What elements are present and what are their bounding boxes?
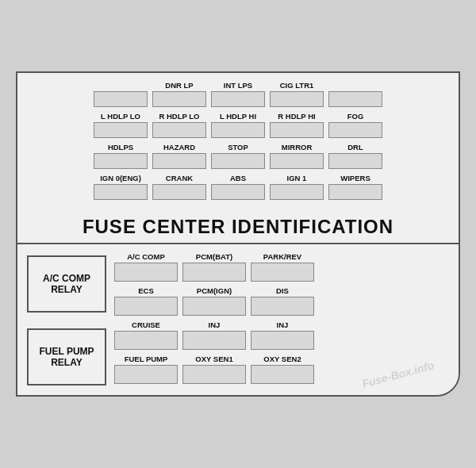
fuse-label: R HDLP LO	[159, 112, 199, 121]
fuse-label: INT LPS	[224, 81, 252, 90]
fuse-label: CIG LTR1	[280, 81, 314, 90]
fuse-cell: CIG LTR1	[270, 81, 324, 107]
fuse-cell: WIPERS	[328, 174, 382, 200]
fuse-box	[94, 122, 148, 138]
bottom-fuse-cell: OXY SEN2	[251, 355, 314, 384]
fuse-box	[94, 184, 148, 200]
bottom-section: A/C COMP RELAY FUEL PUMP RELAY A/C COMP …	[17, 244, 459, 395]
fuse-label: FOG	[347, 112, 364, 121]
fuse-label: DRL	[347, 143, 363, 152]
bottom-fuse-row-1: A/C COMP PCM(BAT) PARK/REV	[114, 252, 449, 282]
fuse-cell: IGN 1	[270, 174, 324, 200]
fuse-box	[94, 91, 148, 107]
fuse-row-1: DNR LP INT LPS CIG LTR1	[27, 81, 449, 107]
fuse-cell: DNR LP	[152, 81, 206, 107]
fuse-label: R HDLP HI	[278, 112, 315, 121]
fuse-box	[152, 184, 206, 200]
bottom-fuse-row-2: ECS PCM(IGN) DIS	[114, 286, 449, 316]
fuse-label: IGN 1	[287, 174, 307, 182]
fuse-label: CRANK	[166, 174, 193, 182]
fuse-label: MIRROR	[282, 143, 313, 152]
fuse-row-2: L HDLP LO R HDLP LO L HDLP HI R HDLP HI …	[27, 112, 449, 138]
bottom-fuse-box	[182, 365, 246, 384]
bottom-fuse-cell: A/C COMP	[114, 252, 178, 282]
title-banner: FUSE CENTER IDENTIFICATION	[17, 209, 459, 244]
bottom-fuse-cell: CRUISE	[114, 320, 178, 350]
bottom-fuse-box	[182, 263, 246, 282]
fuse-box	[328, 153, 382, 169]
bottom-fuse-box	[114, 365, 178, 384]
fuse-row-3: HDLPS HAZARD STOP MIRROR DRL	[27, 143, 449, 169]
bottom-fuse-cell: INJ	[251, 320, 314, 350]
page-title: FUSE CENTER IDENTIFICATION	[17, 216, 459, 238]
bottom-fuse-label: DIS	[276, 286, 289, 295]
fuse-box	[152, 153, 206, 169]
bottom-fuse-cell: PCM(IGN)	[182, 286, 246, 316]
bottom-fuse-box	[114, 331, 178, 350]
fuse-cell: R HDLP LO	[152, 112, 206, 138]
bottom-fuse-label: PCM(BAT)	[196, 252, 232, 261]
fuse-label: HDLPS	[108, 143, 133, 152]
fuse-box	[270, 184, 324, 200]
bottom-fuse-box	[114, 263, 178, 282]
bottom-fuse-label: INJ	[277, 320, 289, 329]
fuse-cell: L HDLP LO	[94, 112, 148, 138]
fuse-label: L HDLP LO	[101, 112, 140, 121]
fuse-box	[270, 153, 324, 169]
fuse-cell: INT LPS	[211, 81, 265, 107]
fuse-diagram: DNR LP INT LPS CIG LTR1	[16, 71, 460, 397]
bottom-fuse-label: A/C COMP	[127, 252, 165, 261]
fuse-box	[152, 91, 206, 107]
fuse-cell: ABS	[211, 174, 265, 200]
fuse-box	[328, 184, 382, 200]
fuse-label: IGN 0(ENG)	[100, 174, 141, 182]
fuse-label: L HDLP HI	[220, 112, 256, 121]
fuse-box	[270, 91, 324, 107]
fuse-box	[94, 153, 148, 169]
bottom-fuse-label: INJ	[209, 320, 221, 329]
bottom-fuse-box	[182, 297, 246, 316]
fuse-label	[120, 81, 122, 90]
fuse-cell: HDLPS	[94, 143, 148, 169]
fuse-cell: HAZARD	[152, 143, 206, 169]
bottom-fuse-cell: ECS	[114, 286, 178, 316]
fuse-cell: DRL	[328, 143, 382, 169]
relay-column: A/C COMP RELAY FUEL PUMP RELAY	[27, 252, 106, 386]
bottom-fuse-label: ECS	[138, 286, 154, 295]
bottom-fuse-label: OXY SEN1	[195, 355, 232, 363]
fuse-label: ABS	[230, 174, 246, 182]
fuse-cell	[94, 81, 148, 107]
bottom-fuse-box	[182, 331, 246, 350]
bottom-fuse-grid: A/C COMP PCM(BAT) PARK/REV ECS	[114, 252, 449, 386]
bottom-fuse-cell: DIS	[251, 286, 314, 316]
bottom-fuse-cell: INJ	[182, 320, 246, 350]
fuse-cell: STOP	[211, 143, 265, 169]
fuse-box	[328, 122, 382, 138]
bottom-fuse-row-4: FUEL PUMP OXY SEN1 OXY SEN2	[114, 355, 449, 384]
bottom-fuse-box	[251, 297, 314, 316]
fuel-pump-relay-box: FUEL PUMP RELAY	[27, 328, 106, 386]
bottom-fuse-label: PARK/REV	[263, 252, 301, 261]
ac-comp-relay-box: A/C COMP RELAY	[27, 255, 106, 313]
fuse-box	[211, 122, 265, 138]
top-fuse-section: DNR LP INT LPS CIG LTR1	[17, 73, 459, 209]
fuse-label: HAZARD	[163, 143, 195, 152]
bottom-fuse-cell: OXY SEN1	[182, 355, 246, 384]
fuse-box	[328, 91, 382, 107]
fuse-label: WIPERS	[340, 174, 370, 182]
bottom-fuse-cell: PCM(BAT)	[182, 252, 246, 282]
fuse-cell: CRANK	[152, 174, 206, 200]
fuse-label	[355, 81, 357, 90]
bottom-fuse-label: PCM(IGN)	[197, 286, 232, 295]
fuse-cell: MIRROR	[270, 143, 324, 169]
fuse-box	[152, 122, 206, 138]
fuse-label: STOP	[228, 143, 248, 152]
fuse-box	[211, 91, 265, 107]
fuse-box	[211, 184, 265, 200]
bottom-fuse-box	[114, 297, 178, 316]
bottom-fuse-box	[251, 331, 314, 350]
bottom-fuse-box	[251, 365, 314, 384]
fuse-box	[270, 122, 324, 138]
bottom-fuse-label: OXY SEN2	[263, 355, 301, 363]
fuse-cell: L HDLP HI	[211, 112, 265, 138]
